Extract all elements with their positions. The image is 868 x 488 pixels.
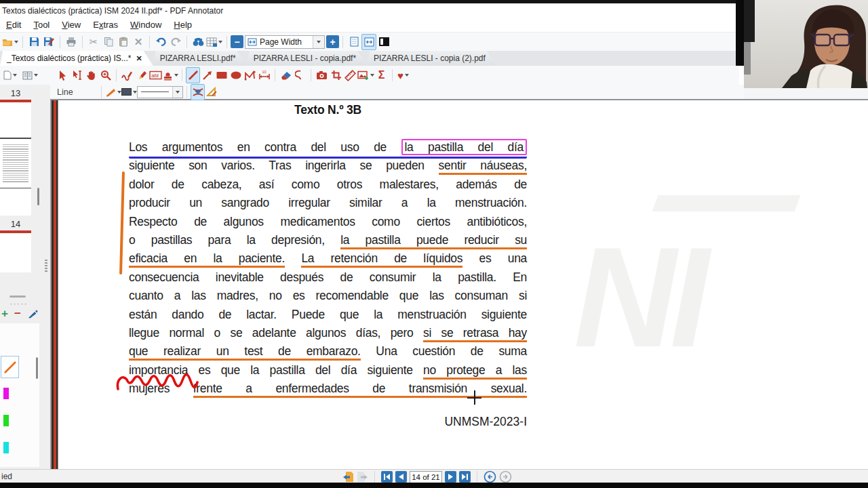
first-page-button[interactable]	[381, 471, 393, 483]
color-swatch	[121, 88, 132, 96]
measure-tool[interactable]: 10	[257, 67, 271, 83]
menu-tool[interactable]: Tool	[27, 18, 56, 31]
text-line: siguiente son varios. Tras ingerirla se …	[129, 157, 527, 175]
orange-underlined-text: eficacia en la paciente.	[129, 251, 285, 268]
line-width-select[interactable]	[137, 86, 183, 98]
select-tool[interactable]	[56, 67, 70, 83]
add-favorite-button[interactable]: +	[1, 307, 8, 321]
favorite-color-preset[interactable]	[3, 388, 9, 399]
tab-close-icon[interactable]: ✕	[136, 54, 142, 63]
bookmarks-panel-button[interactable]	[22, 67, 38, 83]
text-segment: dolor de cabeza, así como otros malestar…	[129, 178, 527, 191]
page-13-thumbnail[interactable]	[0, 102, 31, 138]
chevron-down-icon	[174, 74, 178, 77]
pen-style-button[interactable]	[105, 84, 121, 100]
favorite-color-preset[interactable]	[3, 442, 9, 453]
sidebar-splitter[interactable]	[45, 260, 47, 272]
pages-panel-button[interactable]	[3, 67, 17, 83]
crop-tool[interactable]	[329, 67, 343, 83]
undo-button[interactable]	[153, 34, 168, 50]
document-tab[interactable]: PIZARRA LESLI - copia.pdf*	[247, 51, 367, 66]
polygon-tool[interactable]	[243, 67, 257, 83]
find-button[interactable]	[191, 34, 205, 50]
save-button[interactable]	[26, 34, 41, 50]
previous-page-button[interactable]	[395, 471, 407, 483]
document-tab[interactable]: PIZARRA LESLI.pdf*	[153, 51, 247, 66]
text-segment: Una cuestión de suma	[361, 344, 527, 358]
highlighter-tool[interactable]	[134, 67, 149, 83]
rectangle-tool[interactable]	[214, 67, 229, 83]
next-view-button[interactable]	[357, 471, 368, 483]
page-14-thumbnail[interactable]	[0, 233, 31, 272]
document-tab[interactable]: _Textos dialécticos (práctica) IS...*✕	[0, 51, 153, 66]
zoom-dropdown-arrow[interactable]	[313, 36, 324, 48]
zoom-in-button[interactable]: +	[326, 35, 339, 48]
history-forward-button[interactable]	[499, 470, 512, 483]
text-segment	[285, 251, 301, 265]
line-width-dropdown-arrow[interactable]	[172, 87, 182, 98]
page-width-icon	[248, 38, 257, 46]
menu-view[interactable]: View	[56, 18, 87, 31]
history-back-button[interactable]	[484, 470, 496, 483]
fit-width-button[interactable]	[361, 34, 376, 50]
text-line: Los argumentos en contra del uso de la p…	[129, 138, 527, 159]
fit-page-button[interactable]	[347, 34, 361, 50]
divider	[374, 471, 375, 483]
last-page-button[interactable]	[459, 471, 471, 483]
set-square-button[interactable]	[205, 84, 219, 100]
menu-extras[interactable]: Extras	[87, 18, 124, 31]
ellipse-tool[interactable]	[229, 67, 243, 83]
stamp-tool[interactable]	[163, 67, 178, 83]
arrow-tool[interactable]	[200, 67, 214, 83]
print-button[interactable]	[64, 34, 79, 50]
insert-image-tool[interactable]	[357, 67, 374, 83]
zoom-tool[interactable]	[98, 67, 113, 83]
menu-window[interactable]: Window	[124, 18, 167, 31]
redo-button[interactable]	[168, 34, 183, 50]
divider	[60, 36, 60, 48]
menu-edit[interactable]: Edit	[0, 18, 27, 31]
page-indicator-input[interactable]: 14 of 21	[410, 471, 442, 483]
open-button[interactable]	[1, 34, 19, 50]
thumbnails-view-button[interactable]	[205, 34, 223, 50]
favorite-line-preset-selected[interactable]	[1, 356, 19, 378]
pen-tool[interactable]	[120, 67, 134, 83]
next-page-button[interactable]	[445, 471, 456, 483]
thumbnail-scrollbar[interactable]	[37, 188, 39, 205]
previous-view-button[interactable]	[342, 471, 354, 483]
eraser-tool[interactable]	[279, 67, 293, 83]
webcam-overlay	[744, 0, 868, 88]
lasso-tool[interactable]	[293, 67, 307, 83]
document-tab[interactable]: PIZARRA LESLI - copia (2).pdf	[367, 51, 496, 66]
reading-mode-button[interactable]	[376, 34, 391, 50]
panel-drag-handle[interactable]	[9, 296, 26, 298]
summary-tool[interactable]: Σ	[374, 67, 389, 83]
save-as-button[interactable]	[41, 34, 56, 50]
paste-button[interactable]	[116, 34, 131, 50]
delete-button[interactable]: ✕	[131, 34, 146, 50]
edit-favorite-button[interactable]	[27, 308, 38, 319]
zoom-level-select[interactable]: Page Width	[245, 35, 325, 49]
copy-button[interactable]	[101, 34, 116, 50]
favorite-color-preset[interactable]	[3, 415, 9, 426]
page-left-edge-with-red-line	[50, 100, 58, 469]
menu-help[interactable]: Help	[167, 18, 198, 31]
undo-icon	[155, 37, 167, 47]
page-13-thumbnail-text[interactable]	[0, 138, 31, 188]
text-tool[interactable]: abl	[149, 67, 163, 83]
color-button[interactable]	[121, 84, 137, 100]
text-select-tool[interactable]	[70, 67, 84, 83]
fit-width-icon	[364, 37, 374, 47]
favorites-scrollbar[interactable]	[36, 357, 38, 379]
snap-button[interactable]	[191, 84, 205, 100]
line-tool[interactable]	[186, 67, 200, 83]
favorites-tool[interactable]: ♥	[396, 67, 410, 83]
svg-text:abl: abl	[151, 73, 159, 79]
ruler-tool[interactable]	[343, 67, 357, 83]
text-segment: Respecto de algunos medicamentos como ci…	[129, 215, 527, 228]
snapshot-tool[interactable]	[315, 67, 329, 83]
cut-button[interactable]: ✂	[86, 34, 101, 50]
pan-tool[interactable]	[84, 67, 98, 83]
remove-favorite-button[interactable]: −	[14, 307, 21, 321]
zoom-out-button[interactable]: −	[231, 35, 243, 48]
